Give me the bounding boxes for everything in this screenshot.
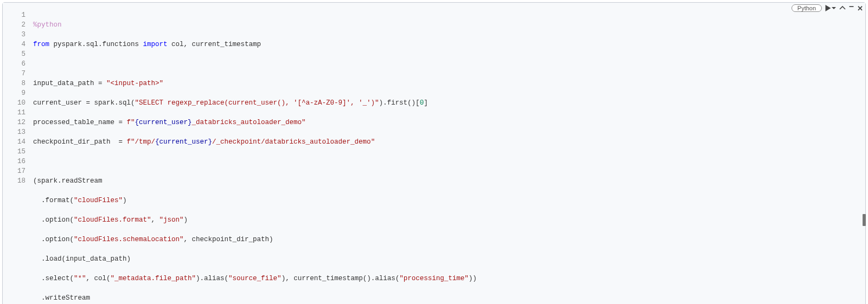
- line-number: 15: [3, 147, 25, 157]
- cell-toolbar: Python – ✕: [792, 4, 863, 12]
- line-number: 9: [3, 88, 25, 98]
- code-token: .select(: [33, 275, 74, 282]
- line-number: 7: [3, 69, 25, 79]
- code-editor[interactable]: 123456789101112131415161718 %python from…: [3, 3, 865, 304]
- line-gutter: 123456789101112131415161718: [3, 10, 33, 304]
- code-token: f": [127, 119, 135, 126]
- line-number: 3: [3, 30, 25, 40]
- line-number: 10: [3, 98, 25, 108]
- code-token: .load(input_data_path): [33, 255, 131, 263]
- code-token: "_metadata.file_path": [111, 275, 196, 282]
- line-number: 5: [3, 49, 25, 59]
- line-number: 17: [3, 166, 25, 176]
- code-token: {current_user}: [135, 119, 192, 126]
- code-token: , checkpoint_dir_path): [184, 236, 273, 243]
- code-token: .option(: [33, 236, 74, 243]
- code-token: from: [33, 41, 49, 48]
- code-token: current_user = spark.sql(: [33, 99, 135, 107]
- code-token: input_data_path =: [33, 80, 106, 87]
- run-button[interactable]: [825, 5, 836, 11]
- line-number: 12: [3, 118, 25, 127]
- line-number: 11: [3, 108, 25, 118]
- line-number: 2: [3, 20, 25, 30]
- code-token: ), current_timestamp().alias(: [282, 275, 400, 282]
- code-token: "json": [159, 216, 184, 224]
- code-token: "SELECT regexp_replace(current_user(), '…: [135, 99, 379, 107]
- line-number: 14: [3, 137, 25, 147]
- code-token: checkpoint_dir_path =: [33, 138, 127, 146]
- line-number: 8: [3, 79, 25, 88]
- line-number: 16: [3, 157, 25, 166]
- code-token: "<input-path>": [106, 80, 163, 87]
- code-token: (spark.readStream: [33, 177, 103, 185]
- code-token: "*": [74, 275, 86, 282]
- code-token: "source_file": [228, 275, 282, 282]
- line-number: 1: [3, 10, 25, 20]
- code-token: ).alias(: [196, 275, 228, 282]
- code-token: ]: [424, 99, 428, 107]
- code-token: f"/tmp/: [127, 138, 156, 146]
- code-token: {current_user}: [155, 138, 212, 146]
- code-token: 0: [420, 99, 424, 107]
- code-token: ): [123, 197, 127, 204]
- line-number: 18: [3, 176, 25, 186]
- code-token: , col(: [86, 275, 111, 282]
- minimap-handle[interactable]: [863, 214, 866, 226]
- line-number: 13: [3, 127, 25, 137]
- code-content[interactable]: %python from pyspark.sql.functions impor…: [33, 10, 865, 304]
- notebook-cell: Python – ✕ 123456789101112131415161718 %…: [2, 2, 866, 304]
- line-number: 6: [3, 59, 25, 69]
- code-token: pyspark.sql.functions: [49, 41, 143, 48]
- code-token: )): [469, 275, 477, 282]
- code-token: "processing_time": [399, 275, 469, 282]
- code-token: "cloudFiles.format": [74, 216, 151, 224]
- language-pill[interactable]: Python: [792, 4, 822, 12]
- close-button[interactable]: ✕: [857, 5, 863, 12]
- code-token: processed_table_name =: [33, 119, 127, 126]
- code-token: .option(: [33, 216, 74, 224]
- collapse-button[interactable]: [839, 5, 846, 11]
- code-token: /_checkpoint/databricks_autoloader_demo": [212, 138, 375, 146]
- code-token: "cloudFiles": [74, 197, 123, 204]
- code-token: .format(: [33, 197, 74, 204]
- line-number: 4: [3, 40, 25, 49]
- code-token: ): [184, 216, 188, 224]
- code-token: col, current_timestamp: [168, 41, 261, 48]
- code-token: %python: [33, 21, 62, 29]
- code-token: import: [143, 41, 168, 48]
- minimize-button[interactable]: –: [849, 2, 854, 11]
- code-token: "cloudFiles.schemaLocation": [74, 236, 184, 243]
- code-token: .writeStream: [33, 294, 90, 302]
- code-token: _databricks_autoloader_demo": [192, 119, 306, 126]
- code-token: ,: [151, 216, 159, 224]
- code-token: ).first()[: [379, 99, 420, 107]
